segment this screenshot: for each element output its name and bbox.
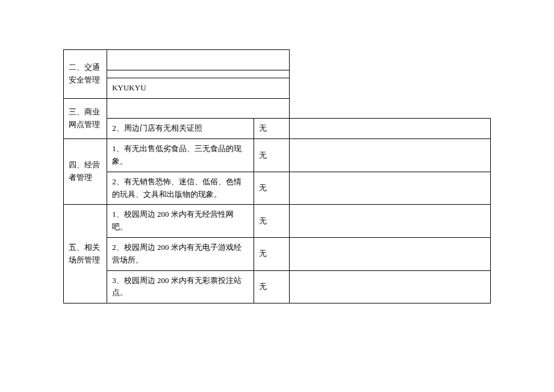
section-5-title: 五、相关场所管理 (64, 205, 107, 303)
section-5-answer2: 无 (254, 237, 289, 270)
section-2-row1 (107, 50, 290, 70)
section-3-item2: 2、周边门店有无相关证照 (107, 119, 254, 139)
section-4-answer2: 无 (254, 172, 289, 205)
section-5-item3: 3、校园周边 200 米内有无彩票投注站点。 (107, 270, 254, 303)
section-2-title: 二、交通安全管理 (64, 50, 107, 99)
section-5-item1: 1、校园周边 200 米内有无经营性网吧。 (107, 205, 254, 238)
section-4-remarks2 (290, 172, 491, 205)
section-5-answer3: 无 (254, 270, 289, 303)
section-4-remarks1 (290, 139, 491, 172)
section-2-row3: KYUKYU (107, 78, 290, 98)
section-5-remarks1 (290, 205, 491, 238)
section-4-answer1: 无 (254, 139, 289, 172)
section-4-item1: 1、有无出售低劣食品、三无食品的现象。 (107, 139, 254, 172)
section-5-remarks3 (290, 270, 491, 303)
section-2-row2 (107, 70, 290, 78)
section-5-answer1: 无 (254, 205, 289, 238)
section-3-row1 (107, 98, 290, 119)
section-5-remarks2 (290, 237, 491, 270)
section-4-item2: 2、有无销售恐怖、迷信、低俗、色情的玩具、文具和出版物的现象。 (107, 172, 254, 205)
section-4-title: 四、经营者管理 (64, 139, 107, 205)
section-3-title: 三、商业网点管理 (64, 98, 107, 139)
section-3-answer2: 无 (254, 119, 289, 139)
inspection-table: 二、交通安全管理 KYUKYU 三、商业网点管理 2、周边门店有无相关证照 无 … (63, 49, 491, 303)
section-3-remarks2 (290, 119, 491, 139)
section-5-item2: 2、校园周边 200 米内有无电子游戏经营场所。 (107, 237, 254, 270)
